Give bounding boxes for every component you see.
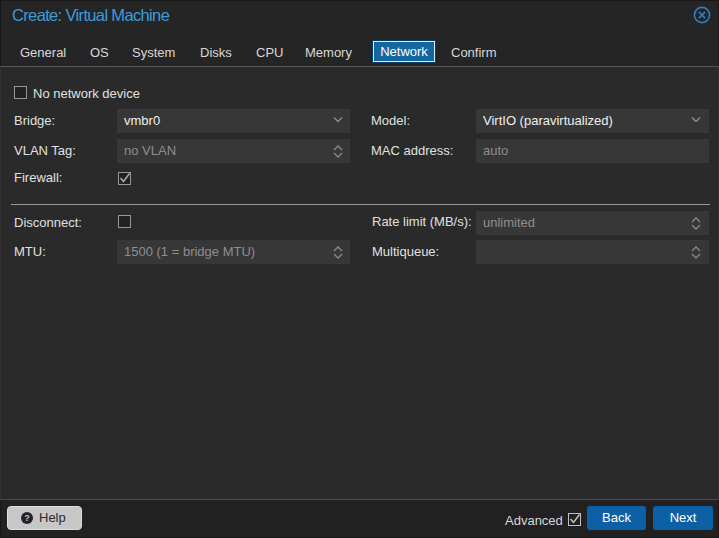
svg-text:?: ? [24,513,30,523]
